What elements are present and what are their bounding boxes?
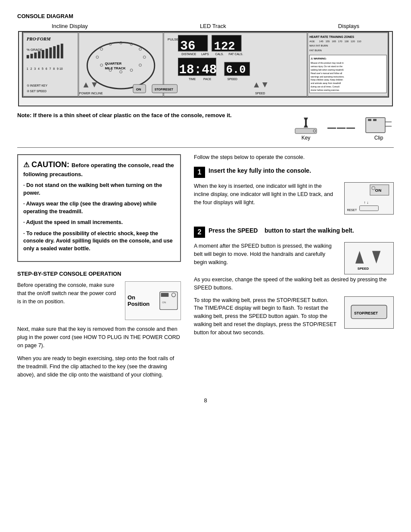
- svg-rect-103: [161, 293, 169, 297]
- svg-text:130: 130: [344, 40, 349, 43]
- svg-text:8: 8: [53, 67, 55, 70]
- svg-text:serious injury. Do not stand o: serious injury. Do not stand on the: [311, 65, 342, 68]
- note-text: Note: If there is a thin sheet of clear …: [17, 112, 293, 118]
- svg-rect-110: [360, 206, 379, 211]
- step-1-content: When the key is inserted, one indicator …: [194, 182, 394, 216]
- svg-rect-6: [34, 53, 37, 59]
- on-switch-svg: ON: [159, 290, 178, 311]
- svg-marker-112: [355, 251, 364, 263]
- svg-rect-12: [57, 45, 59, 58]
- diagram-labels: Incline Display LED Track Displays: [17, 23, 394, 31]
- dash-decoration: [327, 128, 355, 129]
- on-position-area: Before operating the console, make sure …: [17, 281, 181, 320]
- caution-item-3: Adjust the speed in small increments.: [23, 219, 175, 227]
- svg-text:AGE: AGE: [309, 40, 314, 43]
- console-diagram: PRO·FORM % GRADE 1 2 3 4 5 6 7 8 9 10: [18, 31, 393, 108]
- stop-reset-image: STOP/RESET: [344, 296, 394, 330]
- clip-drawing-area: Clip: [364, 115, 394, 141]
- main-content: ⚠ CAUTION: Before operating the console,…: [17, 154, 394, 384]
- step-2-image: SPEED: [344, 242, 394, 276]
- console-svg: PRO·FORM % GRADE 1 2 3 4 5 6 7 8 9 10: [18, 31, 393, 106]
- svg-rect-94: [305, 118, 307, 128]
- caution-title: ⚠ CAUTION: Before operating the console,…: [23, 160, 175, 178]
- caution-item-1: Do not stand on the walking belt when tu…: [23, 182, 175, 197]
- step-2-text-stop: To stop the walking belt, press the STOP…: [194, 296, 338, 337]
- step-2-content: A moment after the SPEED button is press…: [194, 242, 394, 276]
- when-ready-para: When you are ready to begin exercising, …: [17, 355, 181, 379]
- svg-rect-99: [373, 119, 377, 121]
- svg-rect-98: [368, 119, 371, 121]
- svg-text:1: 1: [27, 67, 28, 70]
- svg-rect-11: [53, 46, 56, 58]
- step-2-text-area: A moment after the SPEED button is press…: [194, 242, 338, 266]
- svg-text:9: 9: [57, 67, 59, 70]
- svg-rect-13: [61, 44, 63, 58]
- svg-text:↑ ↓: ↑ ↓: [364, 200, 368, 205]
- step-intro-text: Before operating the console, make sure …: [17, 281, 118, 305]
- svg-text:doctor before starting exercis: doctor before starting exercise.: [311, 89, 339, 91]
- svg-rect-5: [31, 54, 33, 59]
- step-2-number: 2: [194, 227, 205, 238]
- svg-text:3: 3: [34, 67, 36, 70]
- step-2-text-after: As you exercise, change the speed of the…: [194, 276, 394, 292]
- svg-text:TIME: TIME: [189, 78, 196, 81]
- step-1-image: ON ↑ ↓ RESET: [344, 182, 394, 216]
- svg-text:warnings and operating instruc: warnings and operating instructions.: [311, 76, 344, 78]
- svg-text:PACE: PACE: [203, 78, 212, 81]
- svg-text:FAT BURN: FAT BURN: [309, 49, 321, 52]
- step-2-stop-content: To stop the walking belt, press the STOP…: [194, 296, 394, 337]
- clip-svg: [364, 115, 394, 135]
- svg-text:RESET: RESET: [347, 208, 357, 212]
- svg-text:PRO·FORM: PRO·FORM: [27, 36, 51, 41]
- svg-text:SPEED: SPEED: [255, 92, 265, 95]
- svg-text:Misuse of this product may res: Misuse of this product may result in: [311, 62, 344, 64]
- svg-text:POWER INCLINE: POWER INCLINE: [79, 92, 103, 95]
- svg-text:HEART RATE TRAINING ZONES: HEART RATE TRAINING ZONES: [309, 35, 354, 38]
- speed-diagram: SPEED: [344, 242, 394, 274]
- svg-text:SPEED: SPEED: [358, 267, 369, 271]
- svg-text:⚠ WARNING:: ⚠ WARNING:: [311, 57, 327, 60]
- svg-text:MILE TRACK: MILE TRACK: [105, 66, 125, 70]
- svg-text:6.0: 6.0: [226, 64, 246, 76]
- svg-text:CALS.: CALS.: [215, 53, 224, 56]
- step-1-title: Insert the key fully into the console.: [209, 167, 311, 175]
- svg-text:STOP/RESET: STOP/RESET: [155, 88, 174, 91]
- svg-text:155: 155: [325, 40, 330, 43]
- step-2-title: Press the SPEED button to start the walk…: [209, 227, 354, 235]
- step-by-step-title: STEP-BY-STEP CONSOLE OPERATION: [17, 271, 181, 277]
- svg-rect-8: [42, 50, 44, 59]
- step-1-number: 1: [194, 167, 205, 178]
- svg-text:10: 10: [59, 67, 63, 70]
- console-diagram-section: CONSOLE DIAGRAM Incline Display LED Trac…: [17, 13, 394, 141]
- svg-text:QUARTER: QUARTER: [105, 62, 121, 65]
- svg-rect-10: [49, 47, 52, 58]
- key-label: Key: [302, 135, 311, 141]
- step-2-header: 2 Press the SPEED button to start the wa…: [194, 227, 394, 238]
- svg-text:145: 145: [319, 40, 324, 43]
- svg-text:7: 7: [49, 67, 51, 70]
- note-content: Note: If there is a thin sheet of clear …: [17, 112, 232, 118]
- step-1-block: 1 Insert the key fully into the console.…: [194, 167, 394, 216]
- key-svg: [293, 115, 319, 135]
- step-1-header: 1 Insert the key fully into the console.: [194, 167, 394, 178]
- svg-text:① INSERT KEY: ① INSERT KEY: [27, 84, 48, 87]
- svg-text:FAT CALS.: FAT CALS.: [229, 53, 243, 56]
- svg-text:ON: ON: [136, 87, 141, 91]
- svg-text:165: 165: [332, 40, 336, 43]
- svg-text:MAX FAT BURN: MAX FAT BURN: [309, 44, 328, 47]
- caution-item-2: Always wear the clip (see the drawing ab…: [23, 200, 175, 215]
- svg-text:STOP/RESET: STOP/RESET: [354, 311, 378, 315]
- step-2-text-before: A moment after the SPEED button is press…: [194, 242, 338, 266]
- incline-display-label: Incline Display: [52, 23, 88, 29]
- next-para: Next, make sure that the key is removed …: [17, 325, 181, 349]
- svg-text:120: 120: [351, 40, 355, 43]
- svg-text:6: 6: [46, 67, 47, 70]
- key-drawing-area: Key: [293, 115, 319, 141]
- svg-text:2: 2: [31, 67, 32, 70]
- section-divider: [17, 147, 394, 148]
- svg-text:and animals away from treadmil: and animals away from treadmill: [311, 82, 341, 84]
- page-number: 8: [17, 397, 394, 404]
- step-1-text: When the key is inserted, one indicator …: [194, 182, 338, 206]
- svg-text:122: 122: [214, 40, 235, 53]
- caution-box: ⚠ CAUTION: Before operating the console,…: [17, 154, 181, 262]
